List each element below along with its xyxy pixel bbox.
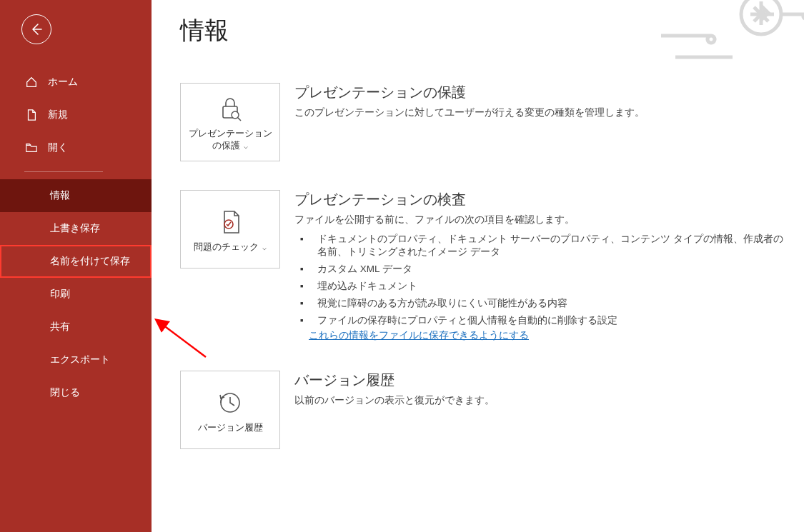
section-heading: プレゼンテーションの検査: [294, 190, 790, 209]
list-item: ファイルの保存時にプロパティと個人情報を自動的に削除する設定: [309, 312, 790, 329]
sidebar-item-save[interactable]: 上書き保存: [0, 212, 152, 245]
check-for-issues-button[interactable]: 問題のチェック ⌵: [180, 190, 280, 268]
sidebar-divider: [24, 171, 103, 172]
sidebar-label: 新規: [48, 109, 68, 121]
section-text: プレゼンテーションの検査 ファイルを公開する前に、ファイルの次の項目を確認します…: [294, 190, 790, 342]
document-check-icon: [216, 209, 244, 236]
sidebar-item-export[interactable]: エクスポート: [0, 343, 152, 376]
backstage-sidebar: ホーム 新規 開く 情報 上書き保存 名前を付けて保存 印刷 共有 エクスポート…: [0, 0, 152, 532]
back-arrow-icon: [29, 22, 44, 36]
section-heading: バージョン履歴: [294, 371, 790, 390]
sidebar-label: 開く: [48, 141, 68, 154]
list-item: 埋め込みドキュメント: [309, 278, 790, 295]
info-section-version-history: バージョン履歴 バージョン履歴 以前のバージョンの表示と復元ができます。: [180, 371, 790, 449]
protect-presentation-button[interactable]: プレゼンテーションの保護 ⌵: [180, 83, 280, 161]
sidebar-label: 共有: [50, 321, 70, 333]
history-icon: [216, 389, 244, 416]
lock-icon: [216, 95, 244, 122]
chevron-down-icon: ⌵: [260, 244, 267, 251]
info-section-inspect: 問題のチェック ⌵ プレゼンテーションの検査 ファイルを公開する前に、ファイルの…: [180, 190, 790, 342]
list-item: カスタム XML データ: [309, 261, 790, 278]
list-item: 視覚に障碍のある方が読み取りにくい可能性がある内容: [309, 295, 790, 312]
sidebar-item-home[interactable]: ホーム: [0, 66, 152, 99]
home-icon: [25, 76, 38, 89]
info-section-protect: プレゼンテーションの保護 ⌵ プレゼンテーションの保護 このプレゼンテーションに…: [180, 83, 790, 161]
sidebar-item-save-as[interactable]: 名前を付けて保存: [0, 245, 152, 278]
card-label: 問題のチェック ⌵: [194, 241, 267, 254]
section-text: プレゼンテーションの保護 このプレゼンテーションに対してユーザーが行える変更の種…: [294, 83, 790, 124]
sidebar-item-open[interactable]: 開く: [0, 131, 152, 164]
card-label: プレゼンテーションの保護 ⌵: [185, 128, 275, 152]
allow-save-info-link[interactable]: これらの情報をファイルに保存できるようにする: [309, 330, 529, 341]
sidebar-item-print[interactable]: 印刷: [0, 278, 152, 311]
page-title: 情報: [180, 14, 790, 47]
folder-open-icon: [25, 141, 38, 154]
sidebar-label: 印刷: [50, 288, 70, 301]
sidebar-label: 名前を付けて保存: [50, 255, 130, 268]
file-icon: [25, 109, 38, 121]
sidebar-item-info[interactable]: 情報: [0, 179, 152, 212]
version-history-button[interactable]: バージョン履歴: [180, 371, 280, 449]
section-description: このプレゼンテーションに対してユーザーが行える変更の種類を管理します。: [294, 106, 790, 119]
sidebar-label: ホーム: [48, 76, 78, 89]
back-button[interactable]: [21, 14, 51, 44]
list-item: ドキュメントのプロパティ、ドキュメント サーバーのプロパティ、コンテンツ タイプ…: [309, 231, 790, 261]
sidebar-label: 情報: [50, 189, 70, 202]
section-description: ファイルを公開する前に、ファイルの次の項目を確認します。: [294, 214, 790, 226]
sidebar-item-close[interactable]: 閉じる: [0, 376, 152, 409]
section-text: バージョン履歴 以前のバージョンの表示と復元ができます。: [294, 371, 790, 411]
section-description: 以前のバージョンの表示と復元ができます。: [294, 394, 790, 407]
sidebar-label: 上書き保存: [50, 222, 100, 235]
card-label: バージョン履歴: [198, 422, 263, 434]
chevron-down-icon: ⌵: [242, 142, 248, 150]
sidebar-label: 閉じる: [50, 386, 80, 399]
inspect-bullet-list: ドキュメントのプロパティ、ドキュメント サーバーのプロパティ、コンテンツ タイプ…: [294, 231, 790, 329]
sidebar-label: エクスポート: [50, 353, 110, 366]
section-heading: プレゼンテーションの保護: [294, 83, 790, 102]
main-content: 情報 プレゼンテーションの保護 ⌵ プレゼンテーションの保護 このプレゼンテーシ…: [152, 0, 804, 532]
sidebar-item-new[interactable]: 新規: [0, 99, 152, 131]
sidebar-item-share[interactable]: 共有: [0, 311, 152, 343]
